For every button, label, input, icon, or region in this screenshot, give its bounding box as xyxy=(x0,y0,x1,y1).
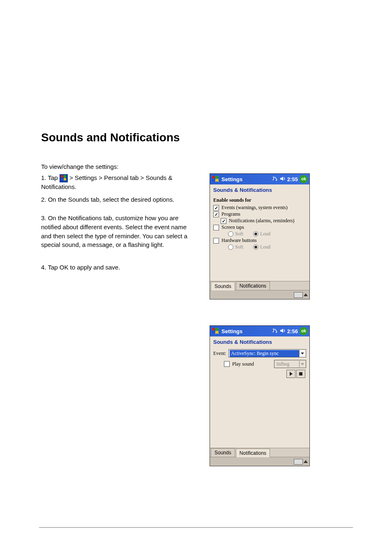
group-label-enable-sounds: Enable sounds for xyxy=(213,197,306,203)
label-programs: Programs xyxy=(221,211,240,217)
radio-taps-soft xyxy=(228,231,233,237)
tab-bar: Sounds Notifications xyxy=(210,281,309,290)
windows-start-icon-inline xyxy=(60,174,68,182)
label-play-sound: Play sound xyxy=(232,361,254,367)
play-stop-row xyxy=(213,370,306,378)
checkbox-programs[interactable] xyxy=(213,212,219,217)
radio-hw-soft xyxy=(228,244,233,250)
label-notifications: Notifications (alarms, reminders) xyxy=(229,218,295,224)
title-text: Settings xyxy=(221,328,242,334)
chevron-down-icon xyxy=(299,361,305,367)
checkbox-hardware-buttons[interactable] xyxy=(213,238,219,244)
instruction-intro: To view/change the settings: xyxy=(41,162,118,171)
windows-start-icon[interactable] xyxy=(212,327,219,335)
step-4: 4. Tap OK to apply and save. xyxy=(41,263,197,272)
step1-prefix: 1. Tap xyxy=(41,174,60,181)
checkbox-play-sound[interactable] xyxy=(224,361,230,367)
sip-arrow-up-icon[interactable] xyxy=(304,293,308,296)
section-heading: Sounds and Notifications xyxy=(41,129,180,146)
label-taps-loud: Loud xyxy=(260,231,270,237)
panel-title: Sounds & Notifications xyxy=(210,336,309,347)
event-dropdown-value: ActiveSync: Begin sync xyxy=(230,350,299,357)
label-hardware-buttons: Hardware buttons xyxy=(221,237,257,244)
stop-icon xyxy=(299,372,302,375)
sip-bar xyxy=(210,290,309,299)
titlebar: Settings 2:55 ok xyxy=(210,174,309,184)
radio-taps-loud xyxy=(253,231,258,237)
label-taps-soft: Soft xyxy=(235,231,243,237)
play-icon xyxy=(290,372,293,376)
keyboard-icon[interactable] xyxy=(294,459,303,465)
sip-arrow-up-icon[interactable] xyxy=(304,460,308,463)
windows-start-icon[interactable] xyxy=(212,175,219,183)
notifications-tab-content: Event: ActiveSync: Begin sync Play sound… xyxy=(210,347,309,448)
step-1: 1. Tap > Settings > Personal tab > Sound… xyxy=(41,173,197,191)
tab-notifications[interactable]: Notifications xyxy=(236,449,270,457)
tab-sounds[interactable]: Sounds xyxy=(211,448,235,457)
clock-text: 2:55 xyxy=(287,176,298,182)
keyboard-icon[interactable] xyxy=(294,292,303,298)
checkbox-row-events[interactable]: Events (warnings, system events) xyxy=(213,205,306,211)
chevron-down-icon[interactable] xyxy=(299,350,305,357)
speaker-icon[interactable] xyxy=(280,328,286,335)
checkbox-screen-taps[interactable] xyxy=(213,225,219,230)
footer-divider xyxy=(39,527,353,528)
label-event: Event: xyxy=(213,350,226,357)
checkbox-row-hardware-buttons[interactable]: Hardware buttons xyxy=(213,237,306,244)
step-2: 2. On the Sounds tab, select the desired… xyxy=(41,195,197,204)
screenshot-notifications-tab: Settings 2:56 ok Sounds & Notifications … xyxy=(210,325,310,466)
label-events: Events (warnings, system events) xyxy=(221,205,288,211)
titlebar: Settings 2:56 ok xyxy=(210,326,309,336)
tab-sounds[interactable]: Sounds xyxy=(211,282,235,290)
stop-button[interactable] xyxy=(296,370,305,378)
sounds-tab-content: Enable sounds for Events (warnings, syst… xyxy=(210,195,309,281)
radio-row-hw: Soft Loud xyxy=(213,244,306,250)
label-screen-taps: Screen taps xyxy=(221,224,244,230)
panel-title: Sounds & Notifications xyxy=(210,184,309,195)
event-dropdown[interactable]: ActiveSync: Begin sync xyxy=(228,349,306,357)
checkbox-row-programs[interactable]: Programs xyxy=(213,211,306,217)
radio-hw-loud xyxy=(253,244,258,250)
ok-button[interactable]: ok xyxy=(300,175,308,183)
step-3: 3. On the Notifications tab, customize h… xyxy=(41,214,197,249)
sip-bar xyxy=(210,457,309,466)
checkbox-notifications[interactable] xyxy=(221,218,226,224)
title-text: Settings xyxy=(221,176,242,182)
sound-dropdown-value: Infbeg xyxy=(275,361,299,368)
checkbox-events[interactable] xyxy=(213,205,219,211)
play-button[interactable] xyxy=(286,370,295,378)
connectivity-icon[interactable] xyxy=(272,176,278,183)
tab-bar: Sounds Notifications xyxy=(210,448,309,457)
screenshot-sounds-tab: Settings 2:55 ok Sounds & Notifications … xyxy=(210,173,310,299)
checkbox-row-notifications[interactable]: Notifications (alarms, reminders) xyxy=(213,218,306,224)
connectivity-icon[interactable] xyxy=(272,328,278,335)
play-sound-row: Play sound Infbeg xyxy=(213,360,306,368)
clock-text: 2:56 xyxy=(287,328,298,334)
label-hw-loud: Loud xyxy=(260,244,270,250)
label-hw-soft: Soft xyxy=(235,244,243,250)
ok-button[interactable]: ok xyxy=(300,327,308,335)
event-row: Event: ActiveSync: Begin sync xyxy=(213,349,306,357)
speaker-icon[interactable] xyxy=(280,176,286,183)
checkbox-row-screen-taps[interactable]: Screen taps xyxy=(213,224,306,230)
tab-notifications[interactable]: Notifications xyxy=(236,281,270,290)
radio-row-taps: Soft Loud xyxy=(213,231,306,237)
sound-dropdown: Infbeg xyxy=(274,360,306,368)
